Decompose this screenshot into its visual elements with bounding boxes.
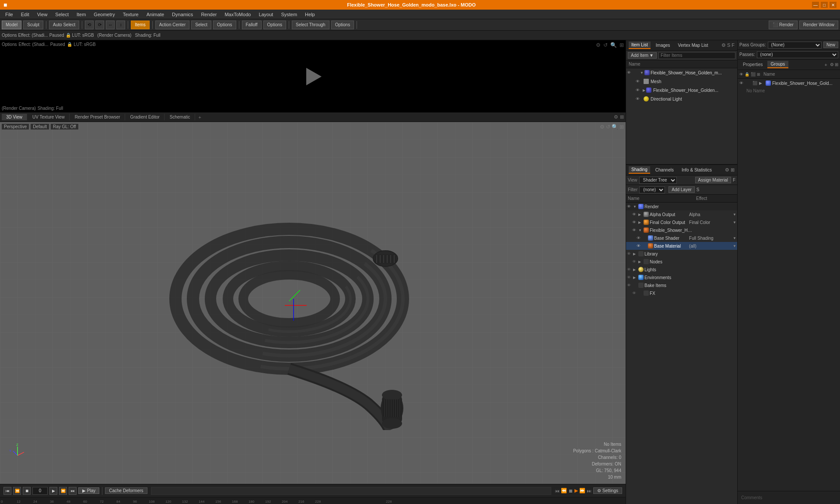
shader-row-alpha-output[interactable]: 👁 ▶ Alpha Output Alpha ▼: [626, 210, 737, 218]
tl-icon-6[interactable]: ⏭: [587, 488, 592, 494]
groups-frame-icon[interactable]: ⊞: [757, 72, 760, 77]
tl-icon-1[interactable]: ⏮: [555, 488, 560, 494]
groups-icon-1[interactable]: ⚙: [830, 62, 834, 67]
shader-row-hose-mat[interactable]: 👁 ▼ Flexible_Shower_Hose_Gol...: [626, 226, 737, 234]
item-eye-mesh[interactable]: 👁: [636, 79, 642, 84]
shading-icon-settings[interactable]: ⚙: [725, 167, 729, 173]
item-list-icon-f[interactable]: F: [732, 42, 735, 48]
vp-icon-expand[interactable]: ⊞: [620, 114, 624, 120]
shader-row-bake[interactable]: 👁 Bake Items: [626, 281, 737, 289]
transport-play[interactable]: ▶: [49, 487, 57, 495]
tl-icon-2[interactable]: ⏪: [561, 488, 567, 494]
maximize-button[interactable]: □: [821, 2, 828, 8]
menu-help[interactable]: Help: [301, 11, 318, 18]
shader-eye-fx[interactable]: 👁: [632, 291, 638, 295]
shader-s-btn[interactable]: S: [696, 187, 700, 192]
item-row-light[interactable]: 👁 Directional Light: [626, 94, 737, 103]
tab-info-stats[interactable]: Info & Statistics: [679, 167, 714, 173]
groups-vis-icon[interactable]: 👁: [739, 72, 743, 77]
vp-icon-settings[interactable]: ⚙: [614, 114, 618, 120]
tab-groups[interactable]: Groups: [767, 61, 789, 68]
cache-deformers-button[interactable]: Cache Deformers: [105, 487, 147, 494]
shader-f-btn[interactable]: F: [733, 178, 735, 182]
group-render-1[interactable]: ⬛: [752, 81, 758, 85]
menu-maxtomodo[interactable]: MaxToModo: [221, 11, 254, 18]
default-label[interactable]: Default: [31, 124, 49, 130]
view-select[interactable]: Shader Tree: [639, 177, 677, 184]
render-button[interactable]: ⬛ Render: [769, 21, 798, 29]
tab-uv-texture[interactable]: UV Texture View: [28, 114, 70, 120]
groups-render-icon[interactable]: ⬛: [751, 72, 756, 77]
transport-end[interactable]: ⏭: [69, 487, 77, 495]
filter-select[interactable]: (none): [639, 186, 665, 193]
vp-icon-refresh[interactable]: ↺: [606, 124, 610, 130]
tab-shading[interactable]: Shading: [629, 166, 650, 174]
options-btn-1[interactable]: Options: [213, 21, 236, 29]
settings-button-tl[interactable]: ⚙ Settings: [593, 487, 622, 494]
tab-channels[interactable]: Channels: [653, 167, 676, 173]
shader-expand-hose-mat[interactable]: ▼: [638, 228, 643, 232]
viewport-3d[interactable]: Perspective Default Ray GL: Off ⚙ ↺ 🔍 ⊞: [0, 122, 626, 484]
tl-icon-3[interactable]: ⏹: [568, 488, 573, 494]
items-button[interactable]: Items: [131, 21, 149, 29]
minimize-button[interactable]: —: [812, 2, 819, 8]
item-list-icon-1[interactable]: ⚙: [721, 42, 726, 48]
tab-item-list[interactable]: Item List: [629, 42, 651, 49]
tab-3d-view[interactable]: 3D View: [2, 114, 27, 120]
shader-eye-final[interactable]: 👁: [632, 220, 638, 224]
assign-material-button[interactable]: Assign Material: [695, 177, 731, 183]
vp-icon-gear[interactable]: ⚙: [600, 124, 605, 130]
falloff-button[interactable]: Falloff: [242, 21, 262, 29]
shader-eye-alpha[interactable]: 👁: [632, 212, 638, 217]
group-vis-1[interactable]: 👁: [739, 81, 745, 85]
preview-icon-3[interactable]: 🔍: [610, 42, 617, 48]
raygl-label[interactable]: Ray GL: Off: [51, 124, 78, 130]
tl-icon-5[interactable]: ⏩: [579, 488, 585, 494]
menu-select[interactable]: Select: [52, 11, 72, 18]
shader-eye-env[interactable]: 👁: [627, 275, 633, 280]
vp-icon-menu[interactable]: ⊞: [620, 124, 624, 130]
options-btn-3[interactable]: Options: [331, 21, 354, 29]
shader-row-fx[interactable]: 👁 FX: [626, 289, 737, 297]
tl-icon-4[interactable]: ▶: [574, 488, 578, 494]
pass-groups-select[interactable]: (None): [768, 42, 822, 49]
preview-icon-2[interactable]: ↺: [603, 42, 608, 48]
shading-icon-expand[interactable]: ⊞: [731, 167, 735, 173]
tab-render-preset[interactable]: Render Preset Browser: [70, 114, 125, 120]
group-expand-1[interactable]: ▶: [759, 81, 764, 85]
frame-input[interactable]: [32, 487, 48, 495]
item-expand-hose[interactable]: ▶: [643, 88, 645, 92]
shader-row-environments[interactable]: 👁 ▶ Environments: [626, 273, 737, 281]
tab-add[interactable]: +: [196, 114, 204, 121]
tab-vertex-map-list[interactable]: Vertex Map List: [676, 42, 711, 49]
menu-texture[interactable]: Texture: [119, 11, 142, 18]
tab-gradient-editor[interactable]: Gradient Editor: [126, 114, 164, 120]
menu-geometry[interactable]: Geometry: [90, 11, 118, 18]
filter-items-input[interactable]: [658, 52, 735, 59]
model-button[interactable]: Model: [2, 21, 21, 29]
scrubber-bar[interactable]: [151, 487, 551, 495]
shader-row-base-shader[interactable]: 👁 Base Shader Full Shading ▼: [626, 234, 737, 242]
shader-expand-lights[interactable]: ▶: [633, 268, 637, 272]
tab-images[interactable]: Images: [653, 42, 673, 49]
shader-eye-hose-mat[interactable]: 👁: [632, 228, 638, 232]
shader-eye-render[interactable]: 👁: [627, 204, 633, 209]
preview-icon-4[interactable]: ⊞: [620, 42, 624, 48]
preview-icon-1[interactable]: ⚙: [596, 42, 601, 48]
item-row-mesh[interactable]: 👁 Mesh: [626, 77, 737, 86]
item-eye-root[interactable]: 👁: [627, 70, 633, 75]
close-button[interactable]: ✕: [830, 2, 836, 8]
groups-icon-2[interactable]: ⊞: [835, 62, 838, 67]
shader-row-lights[interactable]: 👁 ▶ Lights: [626, 266, 737, 273]
sculpt-button[interactable]: Sculpt: [23, 21, 43, 29]
add-layer-button[interactable]: Add Layer: [668, 186, 695, 193]
shader-row-nodes[interactable]: 👁 ▶ Nodes: [626, 258, 737, 266]
tab-properties[interactable]: Properties: [739, 61, 766, 68]
transport-stop[interactable]: ⏹: [23, 487, 31, 495]
item-eye-light[interactable]: 👁: [636, 97, 642, 101]
select-through-button[interactable]: Select Through: [292, 21, 329, 29]
select-button[interactable]: Select: [191, 21, 211, 29]
menu-item[interactable]: Item: [73, 11, 89, 18]
auto-select-button[interactable]: Auto Select: [49, 21, 79, 29]
item-list-icon-2[interactable]: S: [727, 42, 730, 48]
